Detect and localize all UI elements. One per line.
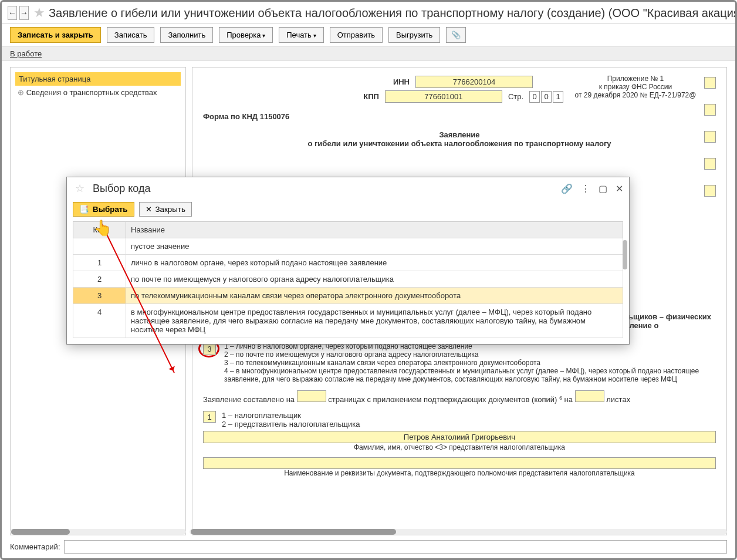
auth-doc-field[interactable] [203,457,716,469]
who-field[interactable]: 1 [203,411,216,423]
attach-row: Заявление составлено на страницах с прил… [203,390,716,404]
attach-button[interactable]: 📎 [446,27,466,43]
fio-caption: Фамилия, имя, отчество <3> представителя… [203,443,716,451]
fio-field[interactable]: Петров Анатолиий Григорьевич [203,431,716,443]
code-select-modal: ☆ Выбор кода 🔗 ⋮ ▢ ✕ 📑Выбрать ✕Закрыть К… [66,177,630,345]
inn-field[interactable]: 7766200104 [415,76,533,88]
page-label: Стр. [508,92,523,101]
modal-scrollbar[interactable] [623,240,627,269]
inform-method-field[interactable]: 3 [203,343,216,355]
section5-options: 3 1 – лично в налоговом органе, через ко… [224,342,716,383]
kpp-field[interactable]: 776601001 [385,90,502,103]
col-code: Код [73,222,126,238]
print-button[interactable]: Печать [279,27,323,43]
page-title: Заявление о гибели или уничтожении объек… [49,6,737,20]
table-row-selected[interactable]: 3по телекоммуникационным каналам связи ч… [73,288,623,304]
modal-close-button[interactable]: ✕Закрыть [139,202,192,217]
comment-input[interactable] [64,540,728,554]
auth-doc-caption: Наименование и реквизиты документа, подт… [203,469,716,477]
page-number: 001 [529,91,563,103]
maximize-icon[interactable]: ▢ [599,183,607,194]
kpp-label: КПП [356,92,379,101]
send-button[interactable]: Отправить [330,27,383,43]
code-table[interactable]: Код Название пустое значение 1лично в на… [73,221,623,338]
export-button[interactable]: Выгрузить [388,27,440,43]
close-icon[interactable]: ✕ [616,183,623,194]
more-icon[interactable]: ⋮ [581,183,590,194]
sidebar-item-title-page[interactable]: Титульная страница [15,72,181,86]
inn-label: ИНН [386,77,410,86]
save-close-button[interactable]: Записать и закрыть [10,27,101,43]
who-legend: 1 – налогоплательщик 2 – представитель н… [222,411,360,429]
modal-select-button[interactable]: 📑Выбрать [73,202,134,217]
sheets-count-field[interactable] [575,390,604,402]
status-link[interactable]: В работе [10,49,42,58]
fill-button[interactable]: Заполнить [160,27,213,43]
table-row[interactable]: пустое значение [73,238,623,255]
horizontal-scroll [10,529,727,535]
table-row[interactable]: 2по почте по имеющемуся у налогового орг… [73,271,623,288]
col-name: Название [126,222,623,238]
save-button[interactable]: Записать [107,27,155,43]
modal-star-icon[interactable]: ☆ [75,182,84,195]
check-button[interactable]: Проверка [219,27,273,43]
favorite-star-icon[interactable]: ★ [33,5,45,21]
modal-title: Выбор кода [93,183,556,195]
comment-label: Комментарий: [10,542,60,551]
pages-count-field[interactable] [297,390,326,402]
nav-back-button[interactable]: ← [8,6,17,20]
doc-title: Заявление о гибели или уничтожении объек… [203,130,716,148]
table-row[interactable]: 1лично в налоговом органе, через который… [73,255,623,271]
nav-forward-button[interactable]: → [19,6,29,20]
form-code: Форма по КНД 1150076 [203,112,716,121]
link-icon[interactable]: 🔗 [561,183,573,194]
sidebar-item-vehicles[interactable]: Сведения о транспортных средствах [15,86,181,99]
